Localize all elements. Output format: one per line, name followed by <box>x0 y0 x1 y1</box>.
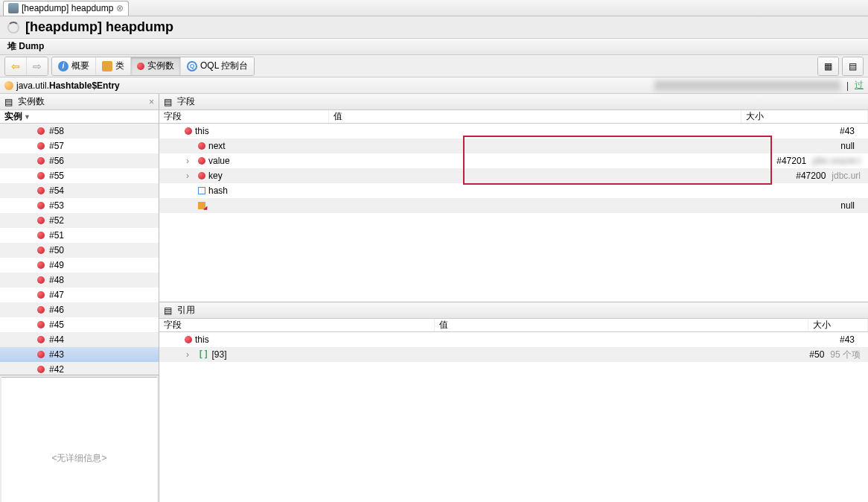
instance-row[interactable]: #50 <box>0 243 159 258</box>
instance-row[interactable]: #47 <box>0 287 159 302</box>
instance-list[interactable]: #58#57#56#55#54#53#52#51#50#49#48#47#46#… <box>0 124 159 375</box>
field-cell <box>159 202 329 209</box>
th-size[interactable]: 大小 <box>808 319 868 331</box>
table-row[interactable]: nextnull <box>159 139 868 153</box>
filter-link[interactable]: 过 <box>855 79 864 92</box>
field-icon <box>198 157 205 165</box>
instance-row[interactable]: #43 <box>0 347 159 362</box>
table-row[interactable]: ›value#47201jdbc:oracle:t <box>159 153 868 168</box>
close-pane-icon[interactable]: × <box>149 97 154 107</box>
field-icon <box>185 336 192 343</box>
value-text: #43 <box>840 126 855 136</box>
oql-button[interactable]: QOQL 控制台 <box>181 57 254 75</box>
view-group: i概要 类 实例数 QOQL 控制台 <box>51 57 255 76</box>
instance-row[interactable]: #53 <box>0 198 159 213</box>
instance-row[interactable]: #55 <box>0 168 159 183</box>
table-row[interactable]: ›[][93]#5095 个项 <box>159 347 868 362</box>
page-title: [heapdump] heapdump <box>25 19 173 35</box>
instances-header-label: 实例数 <box>18 95 45 108</box>
instance-row[interactable]: #49 <box>0 258 159 273</box>
tool-icon-2: ▤ <box>849 61 857 72</box>
field-name: this <box>195 126 209 136</box>
instance-row[interactable]: #54 <box>0 183 159 198</box>
instance-row[interactable]: #51 <box>0 228 159 243</box>
value-extra: jdbc.url <box>826 171 861 181</box>
instance-id: #45 <box>49 320 64 330</box>
toolbar: ⇦ ⇨ i概要 类 实例数 QOQL 控制台 ▦ ▤ <box>0 55 868 77</box>
value-text: #43 <box>840 334 855 345</box>
instance-icon <box>37 142 45 150</box>
tab-bar: [heapdump] heapdump ⊗ <box>0 0 868 16</box>
tool-button-1[interactable]: ▦ <box>818 57 838 75</box>
instance-icon <box>37 187 45 194</box>
classes-button[interactable]: 类 <box>96 57 131 75</box>
fields-table-body[interactable]: this#43nextnull›value#47201jdbc:oracle:t… <box>159 124 868 302</box>
instance-row[interactable]: #42 <box>0 362 159 375</box>
th-field[interactable]: 字段 <box>159 110 329 123</box>
th-field[interactable]: 字段 <box>159 319 435 331</box>
refs-table-body[interactable]: this#43›[][93]#5095 个项 <box>159 332 868 502</box>
instance-icon <box>37 291 45 299</box>
instances-col-header[interactable]: 实例 ▼ <box>0 110 159 124</box>
close-icon[interactable]: ⊗ <box>116 3 124 13</box>
right-tools-2: ▤ <box>842 57 864 76</box>
table-row[interactable]: ›key#47200jdbc.url <box>159 168 868 183</box>
detail-box: <无详细信息> <box>1 377 157 502</box>
instance-id: #51 <box>49 230 64 241</box>
field-cell: hash <box>159 185 329 196</box>
instance-id: #57 <box>49 141 64 151</box>
value-extra <box>855 200 861 211</box>
field-name: [93] <box>211 349 226 360</box>
tool-button-2[interactable]: ▤ <box>843 57 863 75</box>
instance-row[interactable]: #46 <box>0 302 159 317</box>
field-icon <box>198 172 205 179</box>
field-icon <box>185 127 192 135</box>
forward-button[interactable]: ⇨ <box>27 57 48 75</box>
instance-row[interactable]: #52 <box>0 213 159 228</box>
instance-icon <box>37 172 45 179</box>
instance-row[interactable]: #58 <box>0 124 159 139</box>
th-size[interactable]: 大小 <box>741 110 868 123</box>
instance-id: #53 <box>49 200 64 211</box>
instance-id: #50 <box>49 245 64 255</box>
th-value[interactable]: 值 <box>329 110 741 123</box>
value-extra: jdbc:oracle:t <box>806 156 861 166</box>
instance-row[interactable]: #48 <box>0 273 159 287</box>
tab-label: [heapdump] heapdump <box>22 3 113 13</box>
expander-icon[interactable]: › <box>186 171 195 181</box>
table-row[interactable]: this#43 <box>159 124 868 139</box>
table-row[interactable]: this#43 <box>159 332 868 347</box>
table-row[interactable]: hash <box>159 183 868 198</box>
class-ball-icon <box>4 81 13 90</box>
field-icon <box>198 142 205 150</box>
expander-icon[interactable]: › <box>186 349 195 360</box>
instance-row[interactable]: #56 <box>0 153 159 168</box>
fields-header: ▤ 字段 <box>159 94 868 110</box>
expander-icon[interactable]: › <box>186 156 195 166</box>
separator: | <box>843 80 852 91</box>
editor-tab[interactable]: [heapdump] heapdump ⊗ <box>3 1 129 16</box>
instance-row[interactable]: #45 <box>0 317 159 332</box>
instance-id: #47 <box>49 290 64 300</box>
instance-icon <box>37 247 45 254</box>
instances-button[interactable]: 实例数 <box>131 57 181 75</box>
field-cell: ›[][93] <box>159 349 435 360</box>
size-cell: null <box>741 141 868 151</box>
th-value[interactable]: 值 <box>435 319 808 331</box>
instance-id: #48 <box>49 275 64 285</box>
value-extra <box>855 141 861 151</box>
back-button[interactable]: ⇦ <box>5 57 27 75</box>
fields-header-label: 字段 <box>177 95 195 108</box>
refs-header-label: 引用 <box>177 304 195 317</box>
value-extra <box>855 334 861 345</box>
instance-row[interactable]: #57 <box>0 139 159 153</box>
class-name-bar: java.util.Hashtable$Entry | 过 <box>0 77 868 94</box>
overview-button[interactable]: i概要 <box>52 57 96 75</box>
instance-icon <box>37 321 45 328</box>
table-row[interactable]: null <box>159 198 868 213</box>
refs-table-header: 字段 值 大小 <box>159 319 868 332</box>
value-extra: 95 个项 <box>824 349 861 360</box>
instance-id: #42 <box>49 364 64 375</box>
instance-id: #44 <box>49 334 64 345</box>
instance-row[interactable]: #44 <box>0 332 159 347</box>
